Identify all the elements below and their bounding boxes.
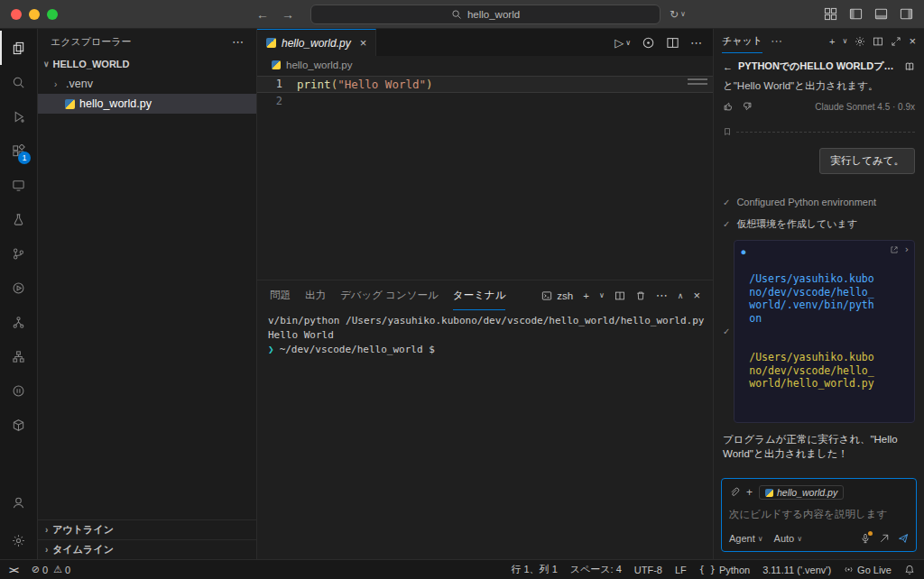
tab-problems[interactable]: 問題 [270,280,291,310]
close-chat-icon[interactable]: × [909,34,916,48]
search-view-button[interactable] [0,65,37,99]
open-output-icon[interactable] [890,245,899,254]
breadcrumb[interactable]: hello_world.py [257,56,713,74]
thumbs-up-icon[interactable] [762,470,773,471]
tab-terminal[interactable]: ターミナル [453,280,506,310]
trash-icon[interactable] [635,290,646,301]
more-actions-icon[interactable]: ⋯ [656,289,668,302]
split-terminal-icon[interactable] [614,290,625,301]
bookmark-icon[interactable] [723,127,732,136]
chevron-down-icon[interactable]: ∨ [599,291,605,299]
run-and-debug-view-button[interactable] [0,99,37,133]
settings-gear-icon[interactable] [855,36,865,47]
chevron-down-icon[interactable]: ∨ [843,37,848,45]
problems-status[interactable]: ⊘0 ⚠0 [32,564,70,575]
chevron-right-icon[interactable]: › [903,244,910,257]
add-context-icon[interactable]: + [746,486,753,499]
folder-section-header[interactable]: ∨ HELLO_WORLD [38,54,256,74]
cursor-position-status[interactable]: 行 1、列 1 [511,563,557,576]
reader-icon[interactable] [904,61,915,72]
outline-section-header[interactable]: › アウトライン [38,519,256,539]
code-editor[interactable]: 1 print("Hello World") 2 [257,74,713,280]
docker-view-button[interactable] [0,408,37,442]
step-create-venv[interactable]: ✓ 仮想環境を作成しています [723,217,915,231]
pause-circle-view-button[interactable] [0,373,37,408]
new-terminal-icon[interactable]: + [583,290,589,301]
customize-layout-icon[interactable] [824,7,837,21]
sync-button[interactable]: ↻ ∨ [670,8,686,21]
expand-icon[interactable] [891,36,901,47]
encoding-status[interactable]: UTF-8 [634,565,662,575]
notifications-bell-icon[interactable] [904,565,915,575]
terminal-instance-picker[interactable]: zsh [541,290,573,301]
hierarchy-icon [12,350,25,363]
command-center-search[interactable]: hello_world [310,5,661,24]
step-configured-env[interactable]: ✓ Configured Python environment [723,197,915,207]
run-python-file-button[interactable]: ▷ ∨ [614,36,631,50]
regenerate-icon[interactable]: ↻ [723,469,733,472]
tab-debug-console[interactable]: デバッグ コンソール [340,280,439,310]
zoom-window-button[interactable] [47,9,58,20]
more-actions-icon[interactable]: ⋯ [690,36,702,50]
mode-picker[interactable]: Agent ∨ [729,533,763,544]
send-icon[interactable] [898,533,909,544]
tree-item-venv[interactable]: › .venv [38,74,256,94]
toggle-secondary-sidebar-icon[interactable] [900,7,913,21]
close-panel-icon[interactable]: × [693,289,700,302]
testing-view-button[interactable] [0,202,37,236]
thumbs-down-icon[interactable] [783,470,794,471]
context-chip[interactable]: hello_world.py [759,485,844,500]
breadcrumb-item[interactable]: hello_world.py [286,60,353,70]
remote-explorer-view-button[interactable] [0,168,37,202]
tab-output[interactable]: 出力 [305,280,326,310]
close-window-button[interactable] [11,9,22,20]
more-actions-icon[interactable]: ⋯ [771,34,782,48]
go-live-status[interactable]: Go Live [844,565,892,575]
python-interpreter-status[interactable]: 3.11.11 ('.venv') [762,565,831,575]
terminal-command-block[interactable]: › ● /Users/yasuhiko.kubono/dev/vscode/he… [734,240,915,423]
timeline-section-header[interactable]: › タイムライン [38,539,256,559]
toggle-panel-icon[interactable] [874,7,888,21]
chevron-down-icon: ∨ [43,60,50,69]
tree-item-hello-world-py[interactable]: hello_world.py [38,94,256,114]
model-picker[interactable]: Auto ∨ [774,533,803,544]
eol-status[interactable]: LF [675,565,687,575]
back-icon[interactable]: ← [723,61,733,72]
indentation-status[interactable]: スペース: 4 [570,563,622,576]
explorer-view-button[interactable] [0,31,37,65]
terminal-output[interactable]: v/bin/python /Users/yasuhiko.kubono/dev/… [257,310,713,559]
run-suggestion-button[interactable]: 実行してみて。 [819,148,915,174]
tab-hello-world-py[interactable]: hello_world.py × [257,29,376,56]
more-actions-icon[interactable]: ⋯ [232,35,244,49]
minimize-window-button[interactable] [29,9,40,20]
thumbs-up-icon[interactable] [723,101,734,112]
accounts-button[interactable] [0,485,37,519]
thumbs-down-icon[interactable] [742,101,753,112]
minimap[interactable] [688,78,707,85]
manage-button[interactable] [0,523,37,557]
voice-input-icon[interactable] [860,533,871,544]
open-in-editor-icon[interactable] [873,36,883,47]
send-arrow-icon[interactable] [879,533,890,544]
remote-indicator[interactable]: >< [9,565,21,575]
undo-icon[interactable]: ↺ [743,469,753,472]
split-editor-icon[interactable] [666,36,679,50]
maximize-panel-icon[interactable]: ∧ [678,291,684,300]
new-chat-icon[interactable]: + [829,36,835,47]
close-tab-icon[interactable]: × [360,36,367,50]
pipeline-view-button[interactable] [0,305,37,339]
chat-input-placeholder[interactable]: 次にビルドする内容を説明します [729,508,909,521]
forward-icon[interactable]: → [282,7,294,22]
back-icon[interactable]: ← [256,7,269,22]
live-preview-icon[interactable] [642,36,655,50]
language-mode-status[interactable]: { } Python [699,565,750,575]
hierarchy-view-button[interactable] [0,339,37,373]
tab-chat[interactable]: チャット [722,29,762,53]
chat-input-box[interactable]: + hello_world.py 次にビルドする内容を説明します Agent ∨… [721,478,917,552]
git-graph-view-button[interactable] [0,236,37,271]
attach-context-icon[interactable] [729,487,740,498]
extensions-view-button[interactable]: 1 [0,133,37,168]
chevron-right-icon: › [54,79,61,89]
play-circle-view-button[interactable] [0,271,37,305]
toggle-sidebar-icon[interactable] [849,7,863,21]
